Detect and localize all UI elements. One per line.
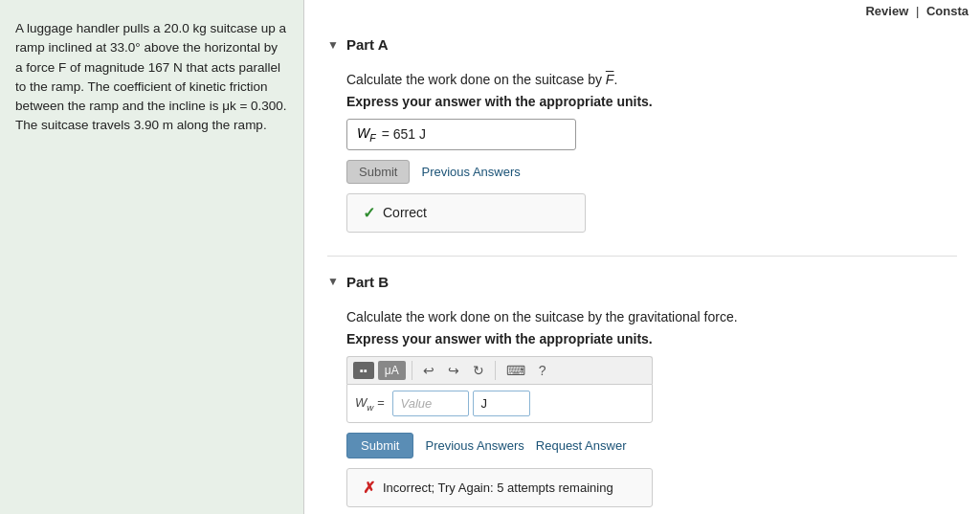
part-a-instruction: Express your answer with the appropriate…: [346, 94, 957, 109]
toolbar-redo-button[interactable]: ↪: [443, 361, 464, 380]
toolbar-help-button[interactable]: ?: [534, 361, 551, 380]
part-b-title: Part B: [346, 274, 389, 290]
part-b-submit-row: Submit Previous Answers Request Answer: [346, 433, 957, 458]
part-b-instruction: Express your answer with the appropriate…: [346, 331, 957, 346]
part-b-request-answer-link[interactable]: Request Answer: [536, 438, 627, 453]
consta-link[interactable]: Consta: [926, 4, 969, 18]
part-a-answer-box: WF = 651 J: [346, 119, 576, 150]
part-a-answer-value: = 651 J: [382, 126, 426, 142]
part-b-triangle[interactable]: ▼: [327, 275, 339, 288]
incorrect-label: Incorrect; Try Again: 5 attempts remaini…: [383, 480, 613, 495]
part-a-content: Calculate the work done on the suitcase …: [346, 70, 957, 233]
divider: [327, 256, 957, 257]
top-bar: Review | Consta: [854, 0, 980, 22]
part-a-answer-label: WF: [357, 125, 376, 144]
toolbar-mu-button[interactable]: μA: [378, 361, 406, 380]
separator: |: [916, 4, 919, 18]
part-a-question: Calculate the work done on the suitcase …: [346, 70, 957, 90]
incorrect-x-icon: ✗: [363, 479, 375, 497]
correct-label: Correct: [383, 205, 427, 220]
part-a-header: ▼ Part A: [327, 36, 957, 53]
part-a-title: Part A: [346, 36, 389, 53]
part-a-triangle[interactable]: ▼: [327, 38, 339, 52]
part-b-incorrect-box: ✗ Incorrect; Try Again: 5 attempts remai…: [346, 468, 653, 507]
part-b-question: Calculate the work done on the suitcase …: [346, 307, 957, 327]
review-link[interactable]: Review: [865, 4, 908, 18]
mu-icon: μA: [385, 364, 399, 377]
right-panel: Review | Consta ▼ Part A Calculate the w…: [304, 0, 980, 514]
part-b-submit-button[interactable]: Submit: [346, 433, 413, 458]
toolbar-keyboard-button[interactable]: ⌨: [501, 361, 530, 380]
part-a-submit-row: Submit Previous Answers: [346, 160, 957, 184]
part-a-correct-box: ✓ Correct: [346, 193, 586, 233]
toolbar-refresh-button[interactable]: ↻: [468, 361, 489, 380]
toolbar-matrix-button[interactable]: ▪▪: [353, 362, 374, 379]
part-b-answer-label: Ww =: [355, 395, 385, 413]
toolbar-separator-1: [412, 361, 412, 380]
content-area: ▼ Part A Calculate the work done on the …: [304, 10, 980, 514]
part-a-prev-answers-link[interactable]: Previous Answers: [421, 165, 520, 179]
part-b-header: ▼ Part B: [327, 274, 957, 290]
part-b-unit-input[interactable]: J: [473, 391, 530, 416]
correct-check-icon: ✓: [363, 204, 375, 222]
part-a-submit-button[interactable]: Submit: [346, 160, 410, 184]
left-panel: A luggage handler pulls a 20.0 kg suitca…: [0, 0, 304, 514]
problem-text: A luggage handler pulls a 20.0 kg suitca…: [15, 19, 288, 136]
matrix-icon: ▪▪: [360, 365, 368, 376]
math-input-area: Ww = Value J: [346, 384, 653, 423]
toolbar-separator-2: [495, 361, 496, 380]
part-b-content: Calculate the work done on the suitcase …: [346, 307, 957, 507]
toolbar-undo-button[interactable]: ↩: [418, 361, 439, 380]
part-b-prev-answers-link[interactable]: Previous Answers: [425, 438, 523, 453]
math-toolbar: ▪▪ μA ↩ ↪ ↻ ⌨ ?: [346, 356, 653, 384]
part-b-value-input[interactable]: Value: [392, 391, 469, 416]
